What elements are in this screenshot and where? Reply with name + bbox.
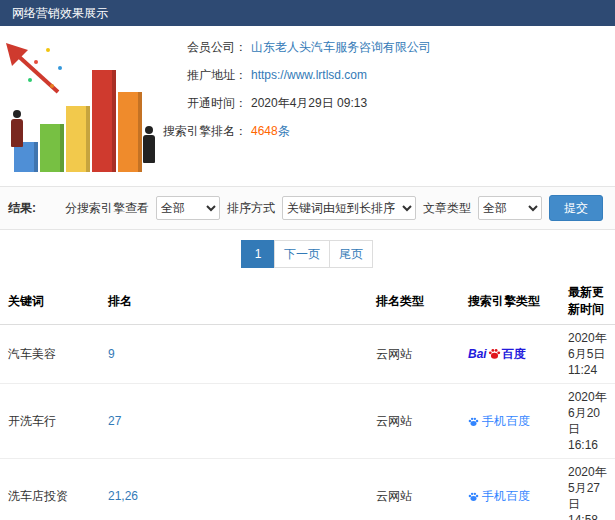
table-row: 开洗车行27云网站手机百度2020年6月20日 16:16 [0, 384, 615, 459]
results-filter-bar: 结果: 分搜索引擎查看 全部 排序方式 关键词由短到长排序 文章类型 全部 提交 [0, 186, 615, 230]
confetti-dot [50, 84, 54, 88]
pagination: 1 下一页 尾页 [0, 240, 615, 268]
header-updated: 最新更新时间 [560, 278, 615, 325]
updated-cell: 2020年6月20日 16:16 [560, 384, 615, 459]
mobile-baidu-label: 手机百度 [482, 414, 530, 428]
filter-controls: 分搜索引擎查看 全部 排序方式 关键词由短到长排序 文章类型 全部 提交 [65, 195, 603, 221]
baidu-logo-text-bai: Bai [468, 347, 487, 361]
article-type-label: 文章类型 [423, 200, 471, 217]
promo-url-label: 推广地址： [155, 66, 247, 84]
table-row: 洗车店投资21,26云网站手机百度2020年5月27日 14:58 [0, 459, 615, 520]
engine-cell: Bai百度 [460, 325, 560, 384]
chart-bar [66, 106, 90, 172]
account-details: 会员公司： 山东老人头汽车服务咨询有限公司 推广地址： https://www.… [155, 26, 615, 186]
rank-cell: 21,26 [100, 459, 368, 520]
mobile-baidu-paw-icon [468, 416, 479, 427]
sort-mode-label: 排序方式 [227, 200, 275, 217]
header-rank: 排名 [100, 278, 368, 325]
engine-cell: 手机百度 [460, 384, 560, 459]
mobile-baidu-paw-icon [468, 491, 479, 502]
keyword-cell: 洗车店投资 [0, 459, 100, 520]
page-title: 网络营销效果展示 [12, 6, 108, 20]
keyword-table-body: 汽车美容9云网站Bai百度2020年6月5日 11:24开洗车行27云网站手机百… [0, 325, 615, 520]
keyword-cell: 汽车美容 [0, 325, 100, 384]
engine-filter-label: 分搜索引擎查看 [65, 200, 149, 217]
results-section-title: 结果: [8, 200, 36, 217]
rank-link[interactable]: 27 [108, 414, 121, 428]
company-link[interactable]: 山东老人头汽车服务咨询有限公司 [251, 38, 431, 56]
company-label: 会员公司： [155, 38, 247, 56]
opened-time-row: 开通时间： 2020年4月29日 09:13 [155, 94, 615, 112]
promo-url-row: 推广地址： https://www.lrtlsd.com [155, 66, 615, 84]
article-type-select[interactable]: 全部 [478, 196, 542, 220]
table-row: 汽车美容9云网站Bai百度2020年6月5日 11:24 [0, 325, 615, 384]
chart-bar [92, 70, 116, 172]
person-figure [142, 126, 156, 163]
submit-button[interactable]: 提交 [549, 195, 603, 221]
baidu-paw-icon [488, 347, 501, 360]
mobile-baidu-label: 手机百度 [482, 489, 530, 503]
confetti-dot [46, 48, 50, 52]
growth-arrow-icon [2, 42, 66, 98]
next-page-button[interactable]: 下一页 [274, 240, 330, 268]
sort-mode-select[interactable]: 关键词由短到长排序 [282, 196, 416, 220]
header-rank-type: 排名类型 [368, 278, 460, 325]
baidu-logo-text-du: 百度 [502, 347, 526, 361]
updated-cell: 2020年5月27日 14:58 [560, 459, 615, 520]
page-header-bar: 网络营销效果展示 [0, 0, 615, 26]
person-figure [10, 110, 24, 147]
last-page-button[interactable]: 尾页 [329, 240, 373, 268]
page: 网络营销效果展示 会员公司： 山东老人头汽车服务咨询有限公司 [0, 0, 615, 520]
engine-rank-count: 4648 [251, 122, 278, 140]
rank-cell: 27 [100, 384, 368, 459]
bar-chart-illustration [0, 26, 155, 186]
rank-link[interactable]: 21,26 [108, 489, 138, 503]
chart-bar [118, 92, 142, 172]
engine-filter-select[interactable]: 全部 [156, 196, 220, 220]
updated-cell: 2020年6月5日 11:24 [560, 325, 615, 384]
keyword-cell: 开洗车行 [0, 384, 100, 459]
rank-link[interactable]: 9 [108, 347, 115, 361]
opened-time-value: 2020年4月29日 09:13 [251, 94, 367, 112]
table-header-row: 关键词 排名 排名类型 搜索引擎类型 最新更新时间 [0, 278, 615, 325]
rank-type-cell: 云网站 [368, 459, 460, 520]
confetti-dot [28, 78, 32, 82]
account-info-panel: 会员公司： 山东老人头汽车服务咨询有限公司 推广地址： https://www.… [0, 26, 615, 186]
rank-cell: 9 [100, 325, 368, 384]
header-keyword: 关键词 [0, 278, 100, 325]
promo-url-link[interactable]: https://www.lrtlsd.com [251, 66, 367, 84]
engine-rank-label: 搜索引擎排名： [155, 122, 247, 140]
opened-time-label: 开通时间： [155, 94, 247, 112]
company-row: 会员公司： 山东老人头汽车服务咨询有限公司 [155, 38, 615, 56]
rank-type-cell: 云网站 [368, 384, 460, 459]
header-engine-type: 搜索引擎类型 [460, 278, 560, 325]
page-number-current[interactable]: 1 [241, 240, 275, 268]
engine-rank-row: 搜索引擎排名： 4648 条 [155, 122, 615, 140]
confetti-dot [34, 60, 38, 64]
engine-cell: 手机百度 [460, 459, 560, 520]
confetti-dot [58, 66, 62, 70]
engine-rank-unit: 条 [278, 122, 290, 140]
rank-type-cell: 云网站 [368, 325, 460, 384]
chart-bar [40, 124, 64, 172]
keyword-ranking-table: 关键词 排名 排名类型 搜索引擎类型 最新更新时间 汽车美容9云网站Bai百度2… [0, 278, 615, 520]
